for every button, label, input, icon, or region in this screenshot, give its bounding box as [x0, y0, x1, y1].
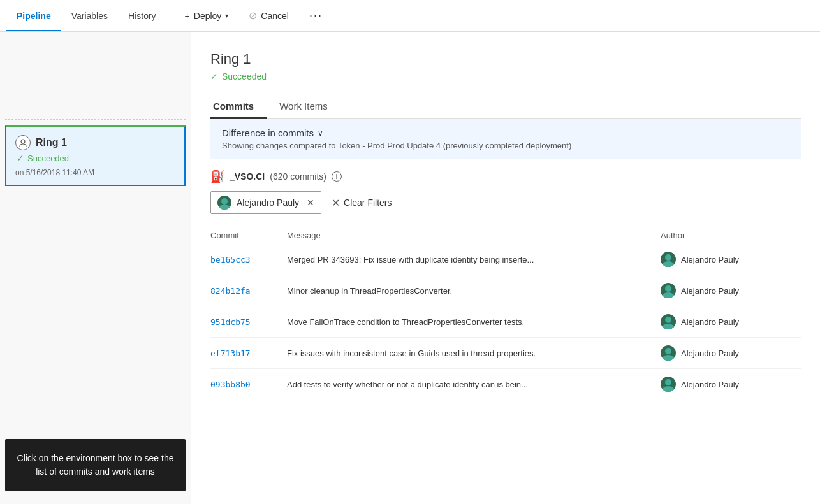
deploy-button[interactable]: + Deploy ▾ [180, 8, 234, 24]
filter-chip[interactable]: Alejandro Pauly ✕ [210, 191, 321, 214]
commit-message: Minor cleanup in ThreadPropertiesConvert… [287, 286, 661, 296]
commit-message: Merged PR 343693: Fix issue with duplica… [287, 255, 661, 264]
deploy-label: Deploy [194, 11, 222, 21]
header-author: Author [661, 231, 801, 240]
more-button[interactable]: ··· [304, 6, 328, 25]
commit-author: Alejandro Pauly [661, 314, 801, 329]
author-avatar [661, 314, 676, 329]
nav-tabs: Pipeline Variables History [6, 0, 166, 31]
table-header: Commit Message Author [210, 227, 801, 244]
sidebar-top-spacer [5, 37, 186, 120]
commits-table: Commit Message Author be165cc3 Merged PR… [210, 227, 801, 400]
chevron-down-icon: ▾ [225, 12, 228, 19]
clear-filters-icon: ✕ [332, 197, 340, 209]
cancel-button[interactable]: ⊘ Cancel [244, 7, 294, 24]
diff-subtitle: Showing changes compared to Token - Prod… [222, 141, 789, 150]
repo-header: ⛽ _VSO.CI (620 commits) i [210, 169, 801, 184]
clear-filters-button[interactable]: ✕ Clear Filters [332, 197, 392, 209]
svg-point-3 [665, 254, 671, 261]
header-commit: Commit [210, 231, 287, 240]
status-check-icon: ✓ [210, 71, 218, 82]
table-row[interactable]: 824b12fa Minor cleanup in ThreadProperti… [210, 275, 801, 306]
header-message: Message [287, 231, 661, 240]
env-date: on 5/16/2018 11:40 AM [15, 168, 175, 177]
svg-point-10 [662, 355, 675, 361]
author-avatar [661, 252, 676, 267]
author-avatar [661, 345, 676, 361]
svg-point-8 [662, 324, 675, 329]
tab-history[interactable]: History [118, 0, 166, 31]
svg-point-6 [662, 292, 675, 298]
tooltip-box: Click on the environment box to see the … [5, 439, 186, 491]
env-connector [96, 268, 96, 395]
table-row[interactable]: be165cc3 Merged PR 343693: Fix issue wit… [210, 244, 801, 275]
env-name: Ring 1 [15, 135, 175, 150]
tab-pipeline[interactable]: Pipeline [6, 0, 61, 31]
commit-author: Alejandro Pauly [661, 252, 801, 267]
table-row[interactable]: 093bb8b0 Add tests to verify whether or … [210, 369, 801, 400]
commit-hash: 093bb8b0 [210, 380, 287, 389]
svg-point-0 [21, 140, 25, 143]
svg-point-2 [219, 205, 230, 210]
author-name: Alejandro Pauly [681, 317, 739, 327]
commit-author: Alejandro Pauly [661, 283, 801, 298]
filter-chip-label: Alejandro Pauly [237, 198, 299, 208]
commit-hash: be165cc3 [210, 255, 287, 264]
author-avatar [661, 283, 676, 298]
filter-row: Alejandro Pauly ✕ ✕ Clear Filters [210, 191, 801, 214]
filter-avatar [217, 196, 231, 210]
repo-name: _VSO.CI [230, 171, 265, 182]
tab-variables[interactable]: Variables [61, 0, 118, 31]
more-icon: ··· [309, 9, 323, 22]
tab-workitems[interactable]: Work Items [277, 94, 340, 118]
check-icon: ✓ [17, 153, 24, 163]
svg-point-11 [665, 379, 671, 385]
author-name: Alejandro Pauly [681, 380, 739, 389]
table-row[interactable]: ef713b17 Fix issues with inconsistent ca… [210, 338, 801, 369]
repo-section: ⛽ _VSO.CI (620 commits) i Alejandro Paul… [210, 159, 801, 405]
detail-tabs: Commits Work Items [210, 94, 801, 119]
svg-point-9 [665, 348, 671, 354]
table-row[interactable]: 951dcb75 Move FailOnTrace condition to T… [210, 306, 801, 338]
user-icon [15, 135, 31, 150]
env-name-label: Ring 1 [36, 137, 67, 148]
sidebar: Ring 1 ✓ Succeeded on 5/16/2018 11:40 AM… [0, 32, 191, 504]
ring-status: ✓ Succeeded [210, 71, 801, 82]
commit-message: Fix issues with inconsistent case in Gui… [287, 349, 661, 358]
nav-actions: + Deploy ▾ ⊘ Cancel ··· [180, 6, 328, 25]
svg-point-12 [662, 386, 675, 392]
cancel-label: Cancel [261, 11, 289, 21]
tab-commits[interactable]: Commits [210, 94, 267, 118]
cancel-icon: ⊘ [249, 10, 257, 22]
author-name: Alejandro Pauly [681, 255, 739, 264]
filter-chip-close-icon[interactable]: ✕ [307, 198, 314, 208]
author-name: Alejandro Pauly [681, 286, 739, 296]
commit-hash: 824b12fa [210, 286, 287, 296]
author-avatar [661, 377, 676, 392]
env-status-label: Succeeded [27, 154, 69, 163]
env-status: ✓ Succeeded [17, 153, 175, 163]
author-name: Alejandro Pauly [681, 349, 739, 358]
commit-message: Move FailOnTrace condition to ThreadProp… [287, 317, 661, 327]
svg-point-7 [665, 317, 671, 323]
status-label: Succeeded [222, 71, 267, 82]
info-icon[interactable]: i [332, 171, 342, 182]
repo-icon: ⛽ [210, 169, 224, 184]
clear-filters-label: Clear Filters [344, 198, 392, 208]
nav-divider [173, 6, 173, 25]
commit-hash: ef713b17 [210, 349, 287, 358]
diff-banner: Difference in commits ∨ Showing changes … [210, 119, 801, 159]
svg-point-1 [221, 198, 228, 205]
main-layout: Ring 1 ✓ Succeeded on 5/16/2018 11:40 AM… [0, 32, 820, 504]
svg-point-5 [665, 285, 671, 292]
diff-title[interactable]: Difference in commits ∨ [222, 127, 789, 138]
ring-title: Ring 1 [210, 51, 801, 68]
svg-point-4 [662, 261, 675, 267]
env-box[interactable]: Ring 1 ✓ Succeeded on 5/16/2018 11:40 AM [5, 125, 186, 186]
commit-message: Add tests to verify whether or not a dup… [287, 380, 661, 389]
commit-hash: 951dcb75 [210, 317, 287, 327]
commit-author: Alejandro Pauly [661, 345, 801, 361]
chevron-down-icon: ∨ [318, 129, 323, 138]
content-panel: Ring 1 ✓ Succeeded Commits Work Items Di… [191, 32, 820, 504]
repo-count: (620 commits) [270, 171, 326, 182]
